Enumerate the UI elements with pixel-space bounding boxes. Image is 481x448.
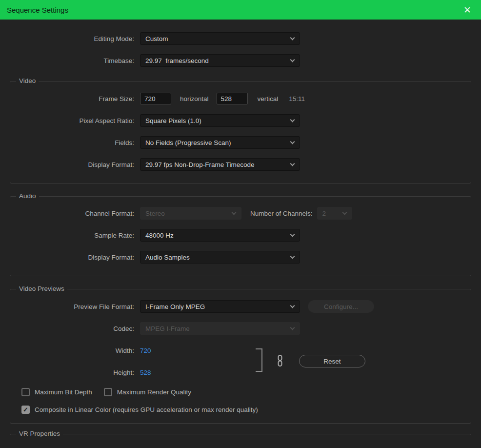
video-display-format-dropdown[interactable]: 29.97 fps Non-Drop-Frame Timecode [140,158,300,171]
channel-format-dropdown: Stereo [140,207,241,220]
number-of-channels-label: Number of Channels: [250,210,313,217]
composite-linear-label: Composite in Linear Color (requires GPU … [35,406,258,413]
editing-mode-value: Custom [145,35,168,42]
video-previews-group-title: Video Previews [16,285,67,292]
chevron-down-icon [290,140,295,144]
audio-display-format-value: Audio Samples [145,254,190,261]
channel-format-label: Channel Format: [0,210,134,217]
pixel-aspect-ratio-dropdown[interactable]: Square Pixels (1.0) [140,114,300,127]
audio-display-format-dropdown[interactable]: Audio Samples [140,251,300,264]
chevron-down-icon [290,58,295,62]
chevron-down-icon [290,254,295,259]
max-bit-depth-label: Maximum Bit Depth [35,388,92,396]
preview-file-format-label: Preview File Format: [0,303,134,310]
fields-label: Fields: [0,139,134,146]
sample-rate-dropdown[interactable]: 48000 Hz [140,229,300,242]
channel-format-row: Channel Format: Stereo Number of Channel… [0,207,481,220]
fields-row: Fields: No Fields (Progressive Scan) [0,136,481,149]
vr-properties-group-title: VR Properties [16,430,63,437]
video-display-format-label: Display Format: [0,161,134,168]
channel-format-value: Stereo [145,210,165,217]
timebase-row: Timebase: 29.97 frames/second [0,54,481,67]
composite-linear-row: ✓ Composite in Linear Color (requires GP… [0,404,481,415]
max-bit-depth-checkbox[interactable] [21,388,30,396]
chevron-down-icon [342,210,347,215]
preview-height-hot-text[interactable]: 528 [140,369,151,376]
frame-size-label: Frame Size: [0,95,134,102]
audio-display-format-row: Display Format: Audio Samples [0,251,481,264]
frame-size-row: Frame Size: horizontal vertical 15:11 [0,92,481,105]
sequence-settings-dialog: Sequence Settings ✕ Editing Mode: Custom… [0,0,481,448]
frame-width-input[interactable] [140,93,171,104]
timebase-value: 29.97 frames/second [145,57,209,64]
quality-checkboxes-row: Maximum Bit Depth Maximum Render Quality [0,387,481,397]
titlebar: Sequence Settings ✕ [0,0,481,20]
editing-mode-row: Editing Mode: Custom [0,32,481,45]
reset-button[interactable]: Reset [299,355,365,367]
pixel-aspect-ratio-label: Pixel Aspect Ratio: [0,117,134,124]
chevron-down-icon [290,118,295,122]
preview-width-row: Width: 720 [0,344,481,357]
chevron-down-icon [290,326,295,330]
audio-display-format-label: Display Format: [0,254,134,261]
composite-linear-checkbox[interactable]: ✓ [21,406,30,414]
fields-dropdown[interactable]: No Fields (Progressive Scan) [140,136,300,149]
dialog-title: Sequence Settings [7,6,68,14]
frame-height-input[interactable] [217,93,248,104]
chevron-down-icon [290,162,295,166]
preview-file-format-dropdown[interactable]: I-Frame Only MPEG [140,300,300,313]
codec-label: Codec: [0,325,134,332]
chevron-down-icon [290,36,295,41]
codec-row: Codec: MPEG I-Frame [0,322,481,335]
chevron-down-icon [232,210,237,215]
preview-file-format-row: Preview File Format: I-Frame Only MPEG C… [0,300,481,313]
max-render-quality-checkbox[interactable] [104,388,112,396]
link-icon[interactable] [276,354,284,367]
video-display-format-row: Display Format: 29.97 fps Non-Drop-Frame… [0,158,481,171]
video-display-format-value: 29.97 fps Non-Drop-Frame Timecode [145,161,255,168]
configure-button: Configure... [308,300,374,313]
codec-dropdown: MPEG I-Frame [140,322,300,335]
video-group-title: Video [16,77,39,84]
editing-mode-label: Editing Mode: [0,35,134,42]
sample-rate-row: Sample Rate: 48000 Hz [0,229,481,242]
audio-group-title: Audio [16,192,39,200]
width-height-link-bracket [256,348,262,372]
max-render-quality-label: Maximum Render Quality [117,388,191,396]
editing-mode-dropdown[interactable]: Custom [140,32,300,45]
sample-rate-value: 48000 Hz [145,232,174,239]
preview-file-format-value: I-Frame Only MPEG [145,303,205,310]
codec-value: MPEG I-Frame [145,325,190,332]
number-of-channels-value: 2 [322,210,326,217]
preview-height-label: Height: [0,369,134,376]
timebase-dropdown[interactable]: 29.97 frames/second [140,54,300,67]
horizontal-label: horizontal [180,95,209,102]
chevron-down-icon [290,232,295,237]
vertical-label: vertical [258,95,279,102]
chevron-down-icon [290,304,295,308]
close-icon[interactable]: ✕ [461,4,474,16]
pixel-aspect-ratio-value: Square Pixels (1.0) [145,117,201,124]
preview-width-hot-text[interactable]: 720 [140,347,151,354]
pixel-aspect-ratio-row: Pixel Aspect Ratio: Square Pixels (1.0) [0,114,481,127]
timebase-label: Timebase: [0,57,134,64]
fields-value: No Fields (Progressive Scan) [145,139,231,146]
preview-height-row: Height: 528 [0,366,481,379]
preview-width-label: Width: [0,347,134,354]
number-of-channels-dropdown: 2 [317,207,352,220]
vr-properties-group: VR Properties [10,434,471,448]
aspect-ratio-value: 15:11 [289,95,305,102]
sample-rate-label: Sample Rate: [0,232,134,239]
